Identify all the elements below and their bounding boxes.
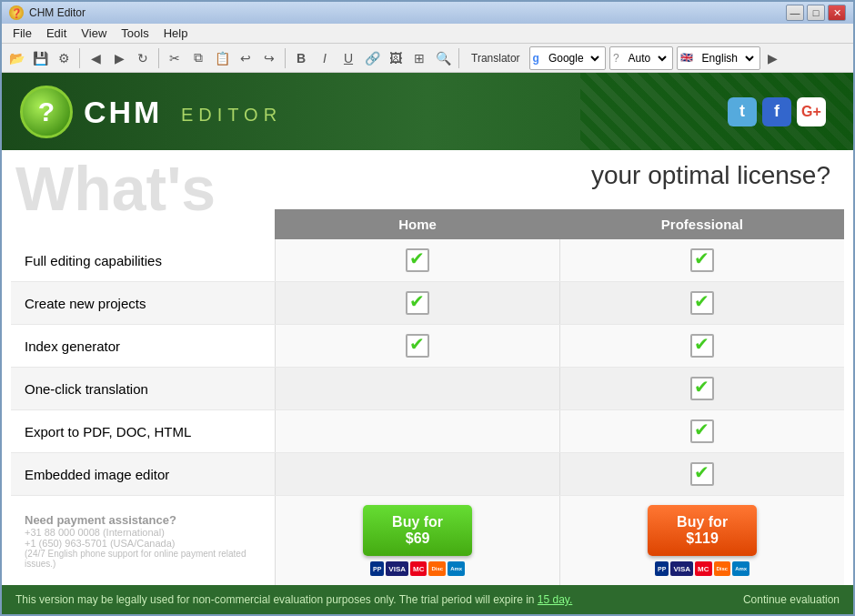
google-plus-button[interactable]: G+ xyxy=(797,97,826,126)
toolbar-save[interactable]: 💾 xyxy=(29,47,51,69)
banner-social: t f G+ xyxy=(728,97,826,126)
toolbar-paste[interactable]: 📋 xyxy=(211,47,233,69)
col-header-empty xyxy=(11,209,275,239)
menu-file[interactable]: File xyxy=(5,25,39,42)
visa-logo: VISA xyxy=(386,561,408,576)
payment-phone-usa: +1 (650) 963-5701 (USA/Canada) xyxy=(25,538,261,549)
table-row: Index generator xyxy=(11,325,844,368)
payment-phone-intl: +31 88 000 0008 (International) xyxy=(25,527,261,538)
payment-info-cell: Need payment assistance? +31 88 000 0008… xyxy=(11,496,275,586)
buy-home-button[interactable]: Buy for $69 xyxy=(363,505,472,556)
checkmark-pro-3 xyxy=(690,334,714,358)
continue-evaluation-button[interactable]: Continue evaluation xyxy=(743,593,840,606)
toolbar-sep4 xyxy=(458,48,459,68)
toolbar-translate-go[interactable]: ▶ xyxy=(762,47,784,69)
buy-pro-button[interactable]: Buy for $119 xyxy=(648,505,757,556)
checkmark-pro-1 xyxy=(690,248,714,272)
facebook-button[interactable]: f xyxy=(762,97,791,126)
col-header-home: Home xyxy=(275,209,559,239)
maximize-button[interactable]: □ xyxy=(807,5,825,21)
menu-help[interactable]: Help xyxy=(156,25,196,42)
discover-logo: Disc xyxy=(428,561,446,576)
twitter-button[interactable]: t xyxy=(728,97,757,126)
toolbar-refresh[interactable]: ↻ xyxy=(132,47,154,69)
translator-select[interactable]: Google xyxy=(541,48,602,68)
status-main-text: This version may be legally used for non… xyxy=(15,593,535,606)
close-button[interactable]: ✕ xyxy=(828,5,846,21)
toolbar-bold[interactable]: B xyxy=(290,47,312,69)
payment-logos-pro: PP VISA MC Disc Amx xyxy=(655,561,749,576)
flag-icon: 🇬🇧 xyxy=(680,52,693,64)
minimize-button[interactable]: — xyxy=(786,5,804,21)
main-window: ❓ CHM Editor — □ ✕ File Edit View Tools … xyxy=(0,0,855,616)
pro-check-6 xyxy=(560,453,844,496)
feature-name: Embedded image editor xyxy=(11,453,275,496)
toolbar-underline[interactable]: U xyxy=(337,47,359,69)
pro-check-1 xyxy=(560,239,844,282)
table-row: Embedded image editor xyxy=(11,453,844,496)
amex-logo-pro: Amx xyxy=(732,561,749,576)
toolbar-undo[interactable]: ↩ xyxy=(235,47,256,69)
checkmark-pro-4 xyxy=(690,377,714,400)
amex-logo: Amx xyxy=(448,561,465,576)
translator-label: Translator xyxy=(471,52,520,65)
target-language-selector[interactable]: 🇬🇧 English xyxy=(677,46,760,70)
col-header-professional: Professional xyxy=(560,209,844,239)
toolbar-table-insert[interactable]: ⊞ xyxy=(408,47,430,69)
app-icon: ❓ xyxy=(9,5,24,20)
toolbar-copy[interactable]: ⧉ xyxy=(187,47,209,69)
toolbar-settings[interactable]: ⚙ xyxy=(53,47,75,69)
home-check-5 xyxy=(275,410,559,453)
toolbar-search[interactable]: 🔍 xyxy=(432,47,454,69)
toolbar: 📂 💾 ⚙ ◀ ▶ ↻ ✂ ⧉ 📋 ↩ ↪ B I U 🔗 🖼 ⊞ 🔍 Tran… xyxy=(2,44,853,73)
table-row: Export to PDF, DOC, HTML xyxy=(11,410,844,453)
toolbar-italic[interactable]: I xyxy=(314,47,336,69)
target-lang-select[interactable]: English xyxy=(695,48,757,68)
translator-google-selector[interactable]: g Google xyxy=(529,46,606,70)
hero-tagline: your optimal license? xyxy=(591,161,830,190)
feature-name: Index generator xyxy=(11,325,275,368)
logo-text-group: CHM EDITOR xyxy=(84,96,282,127)
app-banner: ? CHM EDITOR t f G+ xyxy=(2,73,853,150)
toolbar-redo[interactable]: ↪ xyxy=(258,47,280,69)
discover-logo-pro: Disc xyxy=(714,561,731,576)
payment-row: Need payment assistance? +31 88 000 0008… xyxy=(11,496,844,586)
title-bar-left: ❓ CHM Editor xyxy=(9,5,86,20)
comparison-content: What's your optimal license? Home Profes… xyxy=(2,150,853,585)
logo-circle: ? xyxy=(20,86,73,138)
paypal-logo: PP xyxy=(370,561,384,576)
buy-home-cell: Buy for $69 PP VISA MC Disc Amx xyxy=(275,496,559,586)
auto-language-selector[interactable]: ? Auto xyxy=(609,46,673,70)
pro-check-4 xyxy=(560,368,844,410)
logo-chm: CHM xyxy=(84,95,162,129)
feature-name: One-click translation xyxy=(11,368,275,410)
window-title: CHM Editor xyxy=(29,6,86,19)
toolbar-back[interactable]: ◀ xyxy=(85,47,106,69)
home-check-3 xyxy=(275,325,559,368)
table-wrapper: Home Professional Full editing capabilit… xyxy=(11,209,844,585)
toolbar-link[interactable]: 🔗 xyxy=(361,47,383,69)
menu-view[interactable]: View xyxy=(74,25,114,42)
toolbar-open[interactable]: 📂 xyxy=(5,47,27,69)
payment-title: Need payment assistance? xyxy=(25,513,261,527)
logo-name: CHM EDITOR xyxy=(84,96,282,127)
toolbar-image[interactable]: 🖼 xyxy=(385,47,407,69)
home-check-4 xyxy=(275,368,559,410)
title-bar: ❓ CHM Editor — □ ✕ xyxy=(2,2,853,24)
pro-check-2 xyxy=(560,282,844,325)
trial-link[interactable]: 15 day. xyxy=(538,593,572,606)
source-lang-select[interactable]: Auto xyxy=(621,48,669,68)
toolbar-forward[interactable]: ▶ xyxy=(108,47,130,69)
table-row: Full editing capabilities xyxy=(11,239,844,282)
table-header-row: Home Professional xyxy=(11,209,844,239)
home-check-6 xyxy=(275,453,559,496)
toolbar-cut[interactable]: ✂ xyxy=(164,47,186,69)
menu-tools[interactable]: Tools xyxy=(114,25,156,42)
visa-logo-pro: VISA xyxy=(670,561,693,576)
content-area: ? CHM EDITOR t f G+ What's your optimal … xyxy=(2,73,853,585)
checkmark-pro-5 xyxy=(690,419,714,443)
pro-check-3 xyxy=(560,325,844,368)
title-buttons: — □ ✕ xyxy=(786,5,846,21)
menu-edit[interactable]: Edit xyxy=(39,25,74,42)
checkmark-pro-2 xyxy=(690,291,714,315)
